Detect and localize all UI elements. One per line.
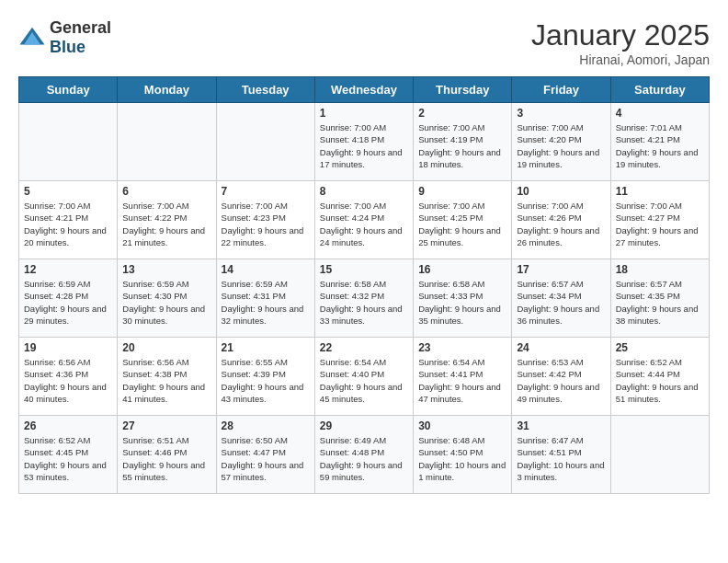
calendar-cell	[19, 103, 118, 181]
day-number: 15	[320, 263, 408, 276]
day-info: Sunrise: 7:00 AM Sunset: 4:23 PM Dayligh…	[222, 200, 310, 248]
day-info: Sunrise: 7:00 AM Sunset: 4:25 PM Dayligh…	[418, 200, 506, 248]
calendar-body: 1Sunrise: 7:00 AM Sunset: 4:18 PM Daylig…	[19, 103, 710, 494]
day-number: 7	[222, 185, 310, 198]
day-header-tuesday: Tuesday	[216, 77, 314, 103]
month-title: January 2025	[531, 18, 710, 52]
day-number: 29	[320, 419, 408, 432]
calendar-cell: 9Sunrise: 7:00 AM Sunset: 4:25 PM Daylig…	[414, 181, 512, 259]
calendar-cell: 26Sunrise: 6:52 AM Sunset: 4:45 PM Dayli…	[19, 416, 118, 494]
logo-blue-text: Blue	[50, 38, 85, 56]
day-info: Sunrise: 7:00 AM Sunset: 4:18 PM Dayligh…	[320, 121, 408, 170]
day-info: Sunrise: 7:00 AM Sunset: 4:27 PM Dayligh…	[616, 200, 704, 248]
day-number: 17	[517, 263, 605, 276]
day-number: 24	[517, 341, 605, 354]
day-number: 20	[122, 341, 210, 354]
calendar-cell: 17Sunrise: 6:57 AM Sunset: 4:34 PM Dayli…	[512, 259, 610, 338]
week-row-3: 12Sunrise: 6:59 AM Sunset: 4:28 PM Dayli…	[19, 259, 710, 338]
day-info: Sunrise: 7:00 AM Sunset: 4:20 PM Dayligh…	[517, 121, 605, 170]
calendar-cell: 25Sunrise: 6:52 AM Sunset: 4:44 PM Dayli…	[610, 338, 709, 416]
calendar-cell: 5Sunrise: 7:00 AM Sunset: 4:21 PM Daylig…	[19, 181, 118, 259]
day-info: Sunrise: 6:55 AM Sunset: 4:39 PM Dayligh…	[222, 356, 310, 405]
day-info: Sunrise: 7:00 AM Sunset: 4:24 PM Dayligh…	[320, 200, 408, 248]
calendar-cell: 27Sunrise: 6:51 AM Sunset: 4:46 PM Dayli…	[118, 416, 216, 494]
day-number: 26	[24, 419, 112, 432]
calendar-cell: 4Sunrise: 7:01 AM Sunset: 4:21 PM Daylig…	[610, 103, 709, 181]
day-number: 11	[616, 185, 704, 198]
day-info: Sunrise: 6:50 AM Sunset: 4:47 PM Dayligh…	[222, 434, 310, 483]
day-number: 13	[122, 263, 210, 276]
day-number: 28	[222, 419, 310, 432]
logo: General Blue	[18, 18, 111, 57]
day-info: Sunrise: 7:00 AM Sunset: 4:21 PM Dayligh…	[24, 200, 112, 248]
day-number: 22	[320, 341, 408, 354]
logo-icon	[18, 24, 46, 52]
day-number: 5	[24, 185, 112, 198]
day-number: 1	[320, 107, 408, 120]
day-number: 14	[222, 263, 310, 276]
day-number: 4	[616, 107, 704, 120]
calendar-cell: 2Sunrise: 7:00 AM Sunset: 4:19 PM Daylig…	[414, 103, 512, 181]
day-number: 12	[24, 263, 112, 276]
day-info: Sunrise: 6:54 AM Sunset: 4:40 PM Dayligh…	[320, 356, 408, 405]
calendar-cell: 19Sunrise: 6:56 AM Sunset: 4:36 PM Dayli…	[19, 338, 118, 416]
calendar-cell: 10Sunrise: 7:00 AM Sunset: 4:26 PM Dayli…	[512, 181, 610, 259]
page-header: General Blue January 2025 Hiranai, Aomor…	[18, 18, 710, 67]
calendar-cell: 3Sunrise: 7:00 AM Sunset: 4:20 PM Daylig…	[512, 103, 610, 181]
day-number: 9	[418, 185, 506, 198]
day-number: 8	[320, 185, 408, 198]
day-info: Sunrise: 6:49 AM Sunset: 4:48 PM Dayligh…	[320, 434, 408, 483]
calendar-cell: 18Sunrise: 6:57 AM Sunset: 4:35 PM Dayli…	[610, 259, 709, 338]
calendar-table: SundayMondayTuesdayWednesdayThursdayFrid…	[18, 76, 710, 494]
calendar-cell: 23Sunrise: 6:54 AM Sunset: 4:41 PM Dayli…	[414, 338, 512, 416]
day-info: Sunrise: 6:51 AM Sunset: 4:46 PM Dayligh…	[122, 434, 210, 483]
day-info: Sunrise: 6:54 AM Sunset: 4:41 PM Dayligh…	[418, 356, 506, 405]
calendar-cell	[216, 103, 314, 181]
day-number: 10	[517, 185, 605, 198]
day-info: Sunrise: 7:00 AM Sunset: 4:26 PM Dayligh…	[517, 200, 605, 248]
day-info: Sunrise: 6:47 AM Sunset: 4:51 PM Dayligh…	[517, 434, 605, 483]
location-title: Hiranai, Aomori, Japan	[531, 52, 710, 67]
calendar-cell: 13Sunrise: 6:59 AM Sunset: 4:30 PM Dayli…	[118, 259, 216, 338]
calendar-cell: 11Sunrise: 7:00 AM Sunset: 4:27 PM Dayli…	[610, 181, 709, 259]
day-number: 19	[24, 341, 112, 354]
calendar-cell: 6Sunrise: 7:00 AM Sunset: 4:22 PM Daylig…	[118, 181, 216, 259]
day-number: 18	[616, 263, 704, 276]
day-info: Sunrise: 6:53 AM Sunset: 4:42 PM Dayligh…	[517, 356, 605, 405]
day-info: Sunrise: 6:56 AM Sunset: 4:36 PM Dayligh…	[24, 356, 112, 405]
day-info: Sunrise: 6:56 AM Sunset: 4:38 PM Dayligh…	[122, 356, 210, 405]
calendar-cell: 24Sunrise: 6:53 AM Sunset: 4:42 PM Dayli…	[512, 338, 610, 416]
day-header-sunday: Sunday	[19, 77, 118, 103]
day-number: 6	[122, 185, 210, 198]
day-info: Sunrise: 6:59 AM Sunset: 4:31 PM Dayligh…	[222, 278, 310, 327]
calendar-cell: 7Sunrise: 7:00 AM Sunset: 4:23 PM Daylig…	[216, 181, 314, 259]
calendar-cell: 31Sunrise: 6:47 AM Sunset: 4:51 PM Dayli…	[512, 416, 610, 494]
calendar-cell: 15Sunrise: 6:58 AM Sunset: 4:32 PM Dayli…	[314, 259, 413, 338]
day-number: 31	[517, 419, 605, 432]
day-header-monday: Monday	[118, 77, 216, 103]
days-row: SundayMondayTuesdayWednesdayThursdayFrid…	[19, 77, 710, 103]
day-number: 3	[517, 107, 605, 120]
day-info: Sunrise: 6:57 AM Sunset: 4:34 PM Dayligh…	[517, 278, 605, 327]
day-number: 27	[122, 419, 210, 432]
calendar-cell	[118, 103, 216, 181]
calendar-cell: 28Sunrise: 6:50 AM Sunset: 4:47 PM Dayli…	[216, 416, 314, 494]
calendar-cell: 1Sunrise: 7:00 AM Sunset: 4:18 PM Daylig…	[314, 103, 413, 181]
day-info: Sunrise: 6:58 AM Sunset: 4:32 PM Dayligh…	[320, 278, 408, 327]
day-info: Sunrise: 6:59 AM Sunset: 4:28 PM Dayligh…	[24, 278, 112, 327]
title-block: January 2025 Hiranai, Aomori, Japan	[531, 18, 710, 67]
day-header-wednesday: Wednesday	[314, 77, 413, 103]
day-header-thursday: Thursday	[414, 77, 512, 103]
calendar-cell: 21Sunrise: 6:55 AM Sunset: 4:39 PM Dayli…	[216, 338, 314, 416]
day-header-friday: Friday	[512, 77, 610, 103]
day-info: Sunrise: 6:52 AM Sunset: 4:44 PM Dayligh…	[616, 356, 704, 405]
day-number: 2	[418, 107, 506, 120]
calendar-cell: 8Sunrise: 7:00 AM Sunset: 4:24 PM Daylig…	[314, 181, 413, 259]
week-row-4: 19Sunrise: 6:56 AM Sunset: 4:36 PM Dayli…	[19, 338, 710, 416]
calendar-header: SundayMondayTuesdayWednesdayThursdayFrid…	[19, 77, 710, 103]
day-number: 30	[418, 419, 506, 432]
calendar-cell: 29Sunrise: 6:49 AM Sunset: 4:48 PM Dayli…	[314, 416, 413, 494]
day-info: Sunrise: 6:58 AM Sunset: 4:33 PM Dayligh…	[418, 278, 506, 327]
calendar-cell: 16Sunrise: 6:58 AM Sunset: 4:33 PM Dayli…	[414, 259, 512, 338]
day-info: Sunrise: 7:00 AM Sunset: 4:19 PM Dayligh…	[418, 121, 506, 170]
